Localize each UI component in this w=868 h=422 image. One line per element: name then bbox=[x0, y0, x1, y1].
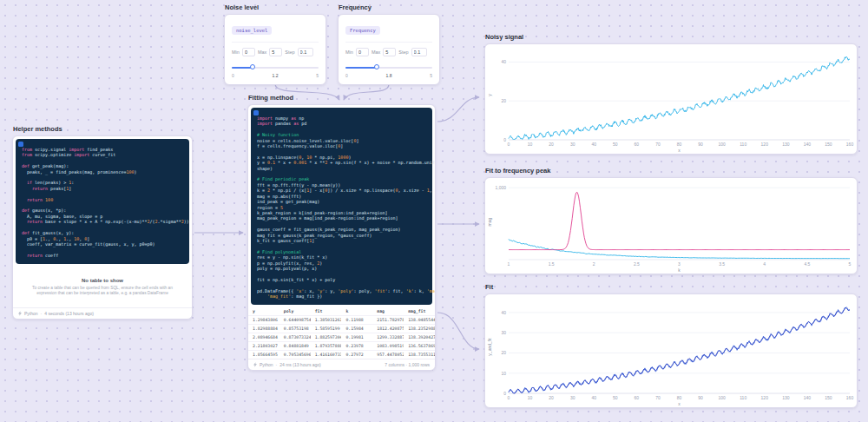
svg-text:1.5: 1.5 bbox=[549, 261, 555, 267]
max-label: Max bbox=[372, 49, 380, 55]
column-header[interactable]: y bbox=[248, 307, 279, 315]
variable-pill[interactable]: Frequency bbox=[345, 26, 380, 35]
cell-helper-methods: Helper methods from scipy.signal import … bbox=[12, 125, 193, 320]
notebook-canvas: Noise level noise_level Min Max Step 0 1… bbox=[0, 0, 868, 422]
svg-text:80: 80 bbox=[677, 395, 682, 400]
svg-text:130: 130 bbox=[782, 142, 790, 147]
cell-footer: Python · 24 ms (13 hours ago) 7 columns … bbox=[248, 359, 435, 370]
code-cell-icon bbox=[253, 110, 259, 115]
svg-text:90: 90 bbox=[698, 395, 703, 400]
table-cell: 1.82988884 bbox=[248, 325, 279, 333]
svg-text:20: 20 bbox=[501, 98, 506, 103]
svg-text:4: 4 bbox=[763, 261, 766, 267]
cell-title: Noise level bbox=[225, 3, 326, 11]
svg-text:110: 110 bbox=[740, 142, 746, 147]
cell-frequency: Frequency Frequency Min Max Step 0 1.8 5 bbox=[338, 3, 440, 85]
arrow-fitting-to-fit bbox=[437, 313, 479, 349]
slider-max-value: 5 bbox=[430, 73, 432, 78]
empty-table-note: No table to show To create a table that … bbox=[13, 267, 192, 307]
column-header[interactable]: k bbox=[341, 307, 372, 315]
svg-text:40: 40 bbox=[501, 59, 506, 64]
svg-text:x: x bbox=[678, 401, 681, 406]
separator: · bbox=[41, 311, 43, 316]
frequency-slider[interactable] bbox=[345, 64, 432, 70]
svg-text:90: 90 bbox=[698, 142, 703, 147]
slider-track[interactable] bbox=[232, 67, 319, 69]
min-input[interactable] bbox=[356, 48, 369, 56]
svg-text:10: 10 bbox=[528, 142, 533, 147]
slider-handle[interactable] bbox=[374, 64, 379, 69]
python-code[interactable]: import numpy as npimport pandas as pd # … bbox=[257, 115, 426, 299]
result-info: 7 columns · 1,000 rows bbox=[385, 362, 430, 367]
table-cell: 0.873073324 bbox=[279, 333, 311, 341]
variable-pill[interactable]: noise_level bbox=[232, 26, 272, 35]
empty-table-title: No table to show bbox=[27, 278, 178, 283]
svg-text:140: 140 bbox=[804, 395, 812, 400]
svg-text:70: 70 bbox=[655, 142, 661, 147]
svg-text:1,000: 1,000 bbox=[495, 185, 506, 190]
fit-chart[interactable]: 0102030400102030405060708090100110120130… bbox=[485, 294, 857, 407]
python-icon bbox=[253, 362, 257, 367]
svg-text:50: 50 bbox=[613, 395, 618, 400]
table-cell: 138.235298815 bbox=[404, 325, 435, 333]
table-header: ypolyfitkmagmag_fit bbox=[248, 307, 435, 315]
table-cell: 1.385031261 bbox=[311, 316, 342, 324]
step-label: Step bbox=[285, 49, 294, 55]
svg-text:0: 0 bbox=[508, 142, 510, 147]
slider-track[interactable] bbox=[345, 67, 432, 69]
min-input[interactable] bbox=[242, 48, 255, 56]
cell-noise-level: Noise level noise_level Min Max Step 0 1… bbox=[224, 3, 326, 85]
code-editor[interactable]: from scipy.signal import find_peaksfrom … bbox=[16, 139, 189, 264]
step-input[interactable] bbox=[298, 48, 313, 56]
svg-text:150: 150 bbox=[825, 142, 832, 147]
table-row: 1.829888840.857531981.585951990.15984181… bbox=[248, 324, 435, 333]
svg-text:y: y bbox=[487, 94, 492, 96]
step-input[interactable] bbox=[411, 48, 427, 56]
svg-text:3.5: 3.5 bbox=[719, 261, 725, 267]
svg-text:40: 40 bbox=[591, 395, 596, 400]
result-table[interactable]: ypolyfitkmagmag_fit1.298438060.644098754… bbox=[248, 307, 435, 359]
svg-text:40: 40 bbox=[501, 310, 506, 315]
column-header[interactable]: mag_fit bbox=[404, 307, 435, 315]
python-code[interactable]: from scipy.signal import find_peaksfrom … bbox=[22, 147, 183, 258]
noisy-signal-chart[interactable]: 0204001020304050607080901001101201301401… bbox=[485, 44, 857, 154]
svg-text:20: 20 bbox=[549, 395, 554, 400]
max-input[interactable] bbox=[383, 48, 396, 56]
svg-text:30: 30 bbox=[570, 395, 575, 400]
column-header[interactable]: poly bbox=[279, 307, 311, 315]
svg-text:30: 30 bbox=[501, 330, 506, 335]
svg-text:40: 40 bbox=[591, 142, 596, 147]
svg-text:110: 110 bbox=[740, 395, 746, 400]
cell-freq-peak-chart: Fit to frequency peak 1,00011.522.533.54… bbox=[484, 167, 858, 274]
svg-text:mag: mag bbox=[487, 217, 492, 226]
table-row: 1.856645950.7053456961.4161607330.279729… bbox=[248, 350, 435, 359]
slider-min-value: 0 bbox=[345, 73, 348, 78]
column-header[interactable]: fit bbox=[311, 307, 342, 315]
freq-peak-chart[interactable]: 1,00011.522.533.544.55kmag bbox=[485, 178, 857, 274]
step-label: Step bbox=[398, 49, 408, 55]
noise-level-slider[interactable] bbox=[232, 64, 319, 70]
table-cell: 1.29843806 bbox=[248, 316, 279, 324]
svg-text:80: 80 bbox=[677, 142, 682, 147]
svg-text:3: 3 bbox=[678, 261, 681, 267]
table-cell: 1.416160733 bbox=[311, 351, 342, 359]
table-cell: 2151.78297872 bbox=[372, 316, 404, 324]
table-cell: 1.882597304 bbox=[311, 333, 342, 341]
svg-text:160: 160 bbox=[846, 142, 854, 147]
table-cell: 1.879357888 bbox=[311, 342, 342, 350]
runtime-label: 24 ms (13 hours ago) bbox=[279, 362, 321, 367]
slider-max-value: 5 bbox=[316, 73, 319, 78]
table-cell: 0.19981 bbox=[341, 333, 372, 341]
slider-handle[interactable] bbox=[250, 64, 255, 69]
slider-min-value: 0 bbox=[232, 73, 234, 78]
svg-text:100: 100 bbox=[718, 395, 726, 400]
code-editor[interactable]: import numpy as npimport pandas as pd # … bbox=[251, 108, 432, 305]
column-header[interactable]: mag bbox=[372, 307, 404, 315]
table-row: 1.298438060.6440987541.3850312610.119882… bbox=[248, 315, 435, 324]
max-input[interactable] bbox=[269, 48, 282, 56]
table-cell: 2.21803027 bbox=[248, 342, 279, 350]
table-cell: 138.392042798 bbox=[404, 333, 435, 341]
svg-text:70: 70 bbox=[655, 395, 661, 400]
svg-text:140: 140 bbox=[804, 142, 812, 147]
svg-text:2.5: 2.5 bbox=[634, 261, 640, 267]
